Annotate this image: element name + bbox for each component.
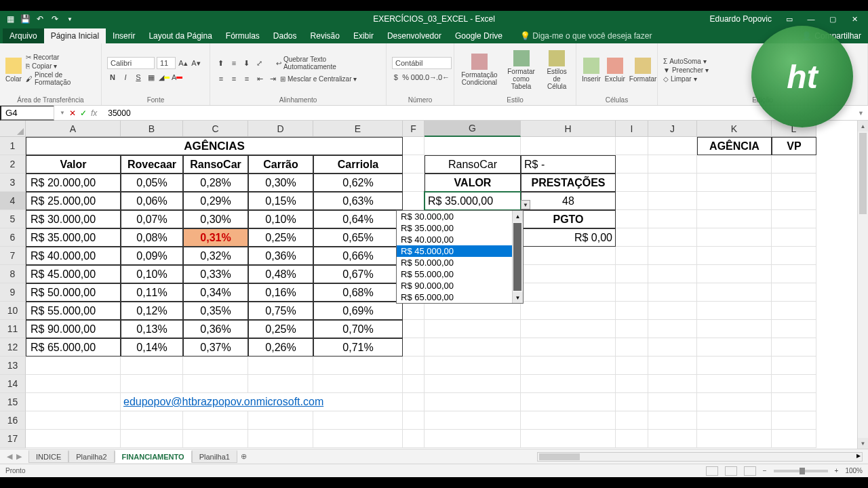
- sheet-nav-next-icon[interactable]: ▶: [16, 452, 22, 461]
- cell[interactable]: [403, 174, 425, 192]
- close-button[interactable]: ✕: [845, 12, 864, 26]
- cell[interactable]: [403, 302, 425, 320]
- cell[interactable]: 0,36%: [183, 320, 248, 338]
- cell[interactable]: [772, 228, 816, 247]
- cell[interactable]: [697, 247, 772, 265]
- column-header[interactable]: E: [313, 121, 403, 137]
- cell[interactable]: [648, 247, 697, 265]
- cell[interactable]: [425, 357, 521, 375]
- row-header[interactable]: 14: [0, 375, 26, 393]
- tell-me-box[interactable]: 💡 Diga-me o que você deseja fazer: [513, 28, 658, 43]
- row-header[interactable]: 7: [0, 247, 26, 265]
- tab-formulas[interactable]: Fórmulas: [219, 28, 267, 43]
- merge-center-button[interactable]: ⊞ Mesclar e Centralizar ▾: [280, 75, 357, 83]
- autosum-button[interactable]: Σ AutoSoma ▾: [663, 58, 862, 65]
- cell[interactable]: [121, 357, 183, 375]
- format-as-table-button[interactable]: Formatar como Tabela: [503, 50, 539, 90]
- cell[interactable]: [521, 338, 616, 357]
- cell[interactable]: [403, 357, 425, 375]
- ribbon-options-icon[interactable]: ▭: [780, 12, 799, 26]
- column-header[interactable]: F: [403, 121, 425, 137]
- tab-home[interactable]: Página Inicial: [44, 28, 106, 43]
- dropdown-item[interactable]: R$ 30.000,00: [397, 211, 523, 222]
- column-header[interactable]: J: [648, 121, 697, 137]
- column-header[interactable]: L: [772, 121, 816, 137]
- cell[interactable]: [697, 393, 772, 411]
- cell[interactable]: [183, 430, 248, 448]
- dropdown-item[interactable]: R$ 45.000,00: [397, 245, 523, 257]
- fx-icon[interactable]: fx: [91, 108, 97, 118]
- cell[interactable]: [121, 430, 183, 448]
- cell[interactable]: [616, 155, 648, 174]
- cell[interactable]: [313, 357, 403, 375]
- cell[interactable]: [26, 393, 121, 411]
- cell[interactable]: 0,33%: [183, 265, 248, 283]
- cell[interactable]: [648, 155, 697, 174]
- cell[interactable]: [697, 430, 772, 448]
- row-header[interactable]: 13: [0, 357, 26, 375]
- cell[interactable]: [425, 302, 521, 320]
- cell[interactable]: 0,34%: [183, 283, 248, 302]
- dropdown-item[interactable]: R$ 55.000,00: [397, 268, 523, 280]
- cell[interactable]: [183, 411, 248, 430]
- cell[interactable]: [772, 155, 816, 174]
- row-header[interactable]: 4: [0, 192, 26, 210]
- format-painter-button[interactable]: 🖌 Pincel de Formatação: [26, 71, 96, 86]
- cell[interactable]: [648, 320, 697, 338]
- cell[interactable]: [313, 411, 403, 430]
- cell[interactable]: [521, 283, 616, 302]
- cell[interactable]: [616, 375, 648, 393]
- cell[interactable]: 0,28%: [183, 174, 248, 192]
- cell[interactable]: R$ 65.000,00: [26, 338, 121, 357]
- cell[interactable]: R$ 25.000,00: [26, 192, 121, 210]
- row-header[interactable]: 3: [0, 174, 26, 192]
- decrease-decimal-icon[interactable]: .0←: [437, 72, 448, 83]
- cell[interactable]: 0,64%: [313, 210, 403, 228]
- cell[interactable]: [313, 430, 403, 448]
- column-header[interactable]: B: [121, 121, 183, 137]
- row-header[interactable]: 9: [0, 283, 26, 302]
- cell[interactable]: Valor: [26, 155, 121, 174]
- cell[interactable]: 0,25%: [248, 320, 313, 338]
- sheet-tab[interactable]: Planilha1: [192, 450, 237, 463]
- cell[interactable]: Rovecaar: [121, 155, 183, 174]
- zoom-in-icon[interactable]: +: [835, 467, 839, 474]
- sheet-tab[interactable]: FINANCIAMENTO: [115, 450, 192, 463]
- row-header[interactable]: 1: [0, 137, 26, 155]
- dd-scroll-thumb[interactable]: [513, 223, 521, 291]
- dropdown-item[interactable]: R$ 50.000,00: [397, 257, 523, 268]
- row-header[interactable]: 5: [0, 210, 26, 228]
- cell[interactable]: [521, 137, 616, 155]
- cell[interactable]: [425, 430, 521, 448]
- tab-google-drive[interactable]: Google Drive: [448, 28, 509, 43]
- user-name[interactable]: Eduardo Popovic: [710, 14, 772, 24]
- redo-icon[interactable]: ↷: [50, 14, 60, 24]
- add-sheet-button[interactable]: ⊕: [237, 452, 251, 461]
- cell[interactable]: [616, 228, 648, 247]
- tab-review[interactable]: Revisão: [304, 28, 347, 43]
- cell[interactable]: [772, 430, 816, 448]
- cell[interactable]: [772, 192, 816, 210]
- column-header[interactable]: I: [616, 121, 648, 137]
- cell[interactable]: 0,68%: [313, 283, 403, 302]
- page-break-view-icon[interactable]: [744, 466, 756, 476]
- dropdown-item[interactable]: R$ 40.000,00: [397, 234, 523, 245]
- bold-button[interactable]: N: [107, 72, 118, 83]
- cell[interactable]: [616, 338, 648, 357]
- formulabar-expand-icon[interactable]: ▼: [854, 110, 868, 117]
- accounting-format-icon[interactable]: $: [392, 72, 400, 83]
- cell[interactable]: RansoCar: [425, 155, 521, 174]
- cell[interactable]: [648, 430, 697, 448]
- cell[interactable]: 0,26%: [248, 338, 313, 357]
- normal-view-icon[interactable]: [706, 466, 718, 476]
- zoom-level[interactable]: 100%: [845, 467, 863, 474]
- cell[interactable]: [697, 283, 772, 302]
- fill-button[interactable]: ▼ Preencher ▾: [663, 66, 862, 74]
- cell[interactable]: [403, 155, 425, 174]
- save-icon[interactable]: 💾: [20, 14, 30, 24]
- cell[interactable]: [772, 357, 816, 375]
- cell[interactable]: [403, 393, 425, 411]
- cell[interactable]: R$ 55.000,00: [26, 302, 121, 320]
- cell[interactable]: [772, 283, 816, 302]
- enter-formula-icon[interactable]: ✓: [80, 108, 87, 118]
